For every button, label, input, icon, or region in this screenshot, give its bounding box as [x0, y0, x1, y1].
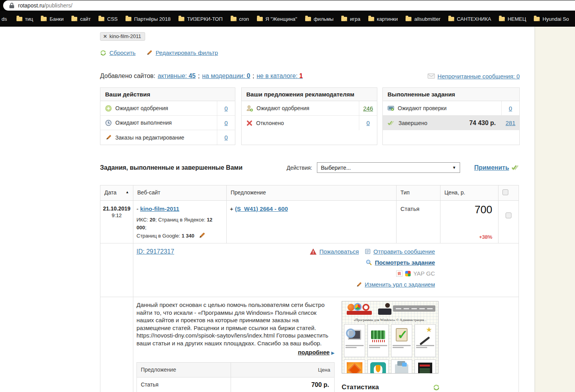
column-header-offer[interactable]: Предложение	[227, 185, 397, 201]
site-thumbnail[interactable]: «Программы для Windows» © Администрация.…	[342, 301, 439, 374]
thumbnail-grid-decor	[344, 324, 437, 374]
panel-row-value-link[interactable]: 246	[363, 105, 373, 112]
pencil-icon	[146, 49, 153, 56]
separator: ;	[253, 73, 254, 80]
folder-icon	[41, 17, 47, 21]
offers-table-header: Предложение Цена	[137, 362, 335, 377]
offer-price: 700 р.	[231, 377, 335, 392]
panel-title: Ваши действия	[100, 88, 235, 101]
thumbnail-nav-decor	[393, 305, 435, 312]
bookmark-label: Банки	[49, 16, 64, 22]
panel-row-value-link[interactable]: 0	[224, 134, 227, 141]
clock-icon	[105, 120, 112, 126]
bookmark-item[interactable]: сайт	[67, 16, 95, 22]
panel-row-value-link[interactable]: 0	[366, 120, 369, 126]
pencil-icon	[105, 134, 112, 141]
view-task-link[interactable]: Посмотреть задание	[375, 259, 435, 266]
bookmark-item[interactable]: тиц	[13, 16, 37, 22]
remove-tag-icon[interactable]: ✕	[103, 34, 107, 39]
thumbnail-site-title: «Программы для Windows» © Администрация.…	[342, 318, 438, 322]
page-body: ✕ kino-film-2011 Сбросить Редактировать …	[0, 27, 575, 392]
pencil-icon	[356, 281, 362, 288]
table-row: 21.10.2019 9:12 - kino-film-2011 ИКС: 20…	[100, 201, 519, 243]
offer-expand-toggle[interactable]: +	[230, 205, 233, 212]
filter-tag-label: kino-film-2011	[109, 33, 141, 39]
empty-date-cell	[100, 297, 133, 392]
bookmark-item[interactable]: Hyundai So	[530, 16, 573, 22]
site-link[interactable]: kino-film-2011	[140, 205, 179, 212]
plus-circle-icon	[105, 105, 112, 112]
actions-select[interactable]: Выберите... ▼	[317, 162, 460, 173]
bookmark-item[interactable]: ds	[0, 16, 13, 22]
refresh-icon	[100, 50, 106, 56]
apply-button[interactable]: Применить	[474, 164, 509, 171]
bookmark-item[interactable]: Партнёры 2018	[122, 16, 175, 22]
panel-row-label: Отклонено	[256, 120, 284, 126]
bookmark-item[interactable]: cron	[227, 16, 253, 22]
folder-icon	[368, 17, 374, 21]
chevron-down-icon: ▼	[452, 165, 456, 170]
bookmark-item[interactable]: фильмы	[301, 16, 338, 22]
message-icon	[365, 249, 371, 254]
select-all-checkbox[interactable]	[502, 189, 508, 195]
bookmark-item[interactable]: картинки	[364, 16, 402, 22]
monitor-check-icon	[388, 105, 394, 112]
arrow-right-icon: ▶	[331, 350, 335, 355]
tasks-section-title: Задания, выполненные и завершенные Вами	[100, 164, 242, 171]
unread-messages-link[interactable]: Непрочитанные сообщения: 0	[437, 73, 520, 80]
panel-row: Ожидают одобрения 0	[100, 101, 235, 116]
column-header-price[interactable]: Цена, р.	[440, 185, 499, 201]
double-check-icon	[511, 165, 520, 171]
empty-date-cell	[100, 243, 133, 297]
bookmark-item[interactable]: САНТЕХНИКА	[444, 16, 495, 22]
bookmark-label: cron	[239, 16, 249, 22]
bookmark-item[interactable]: Я "Женщина"	[253, 16, 301, 22]
offers-price-table: Предложение Цена Статья 700 р. Пресс-рел…	[136, 362, 335, 392]
yandex-icon[interactable]: Я	[396, 270, 402, 277]
more-link[interactable]: подробнее	[298, 349, 329, 356]
column-header-date[interactable]: Дата▲	[100, 185, 133, 201]
panel-row-value-link[interactable]: 281	[506, 120, 515, 126]
active-sites-link[interactable]: активные: 45	[158, 73, 196, 80]
edit-filter-link[interactable]: Редактировать фильтр	[156, 49, 218, 56]
table-header-row: Дата▲ Веб-сайт Предложение Тип Цена, р.	[100, 185, 519, 201]
edit-metrics-pencil-icon[interactable]	[198, 232, 206, 239]
refresh-stats-icon[interactable]	[433, 384, 440, 391]
url-host: rotapost.ru	[18, 2, 44, 9]
warning-icon	[310, 249, 317, 255]
column-header-type[interactable]: Тип	[397, 185, 440, 201]
panel-row-value-link[interactable]: 0	[509, 105, 512, 112]
panel-row-value-link[interactable]: 0	[224, 105, 227, 112]
thumbnail-logo-decor	[362, 304, 369, 311]
not-in-catalog-link[interactable]: не в каталоге: 1	[257, 73, 303, 80]
folder-icon	[341, 17, 347, 21]
reset-filter-link[interactable]: Сбросить	[109, 49, 136, 56]
address-input[interactable]: rotapost.ru/publishers/	[3, 0, 575, 11]
bookmark-item[interactable]: игра	[337, 16, 364, 22]
bookmark-item[interactable]: ТИЗЕРКИ-ТОП	[175, 16, 227, 22]
panel-completed-tasks: Выполненные задания Ожидают проверки 0 З…	[382, 87, 520, 145]
bookmark-item[interactable]: Банки	[37, 16, 67, 22]
folder-icon	[406, 17, 411, 21]
google-icon[interactable]	[405, 271, 411, 276]
bookmark-item[interactable]: allsubmitter	[402, 16, 444, 22]
complain-link[interactable]: Пожаловаться	[319, 248, 359, 255]
price-change: +38%	[479, 234, 492, 240]
bookmark-item[interactable]: НЕМЕЦ	[495, 16, 530, 22]
bookmarks-bar: ds тиц Банки сайт CSS Партнёры 2018 ТИЗЕ…	[0, 11, 575, 27]
date-cell: 21.10.2019 9:12	[100, 201, 133, 243]
panel-row-value-link[interactable]: 0	[224, 120, 227, 126]
panel-row-label: Ожидают проверки	[398, 105, 446, 111]
bookmark-label: тиц	[25, 16, 33, 22]
row-checkbox[interactable]	[506, 212, 511, 218]
moderation-sites-link[interactable]: на модерации: 0	[202, 73, 250, 80]
send-message-link[interactable]: Отправить сообщение	[373, 248, 435, 255]
change-url-link[interactable]: Изменить урл с заданием	[365, 281, 435, 288]
offer-name: Статья	[137, 377, 231, 392]
column-header-site[interactable]: Веб-сайт	[133, 185, 227, 201]
offer-link[interactable]: (S_W41) 2664 - 600	[235, 205, 288, 212]
bookmark-item[interactable]: CSS	[95, 16, 122, 22]
task-id-link[interactable]: ID: 29172317	[136, 248, 174, 255]
column-header-checkbox	[499, 185, 519, 201]
folder-icon	[257, 17, 263, 21]
